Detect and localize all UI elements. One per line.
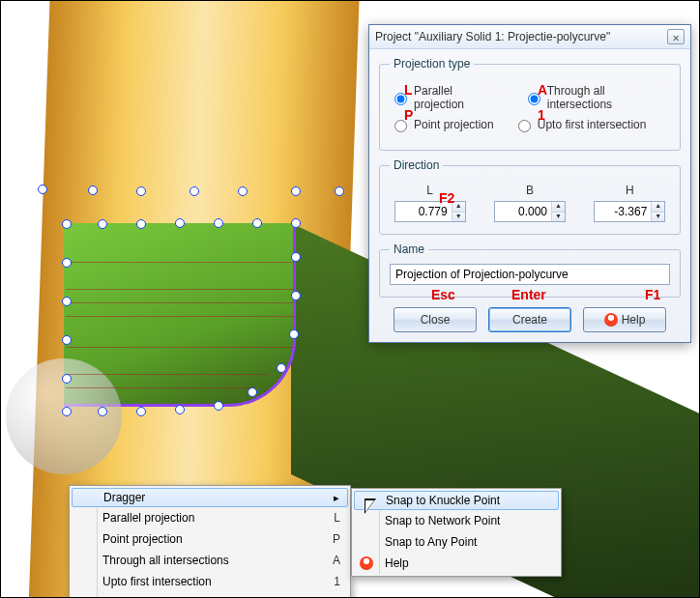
project-dialog: Project "Auxiliary Solid 1: Projectie-po…	[368, 24, 691, 343]
direction-legend: Direction	[390, 158, 443, 172]
radio-uptofirst-label: Upto first intersection	[538, 118, 647, 131]
menu-item-upto-first[interactable]: Upto first intersection 1	[72, 571, 348, 592]
radio-point-projection[interactable]: Point projection	[390, 117, 494, 132]
radio-through-all[interactable]: Through all intersections	[523, 84, 670, 111]
create-button-label: Create	[512, 313, 547, 327]
direction-h-label: H	[626, 184, 634, 197]
dialog-title: Project "Auxiliary Solid 1: Projectie-po…	[375, 30, 610, 43]
name-group: Name	[379, 242, 681, 298]
spin-down-icon[interactable]: ▼	[652, 213, 664, 222]
spin-up-icon[interactable]: ▲	[452, 202, 465, 213]
menu-item-throughall-shortcut: A	[304, 554, 340, 567]
menu-item-parallel-label: Parallel projection	[102, 511, 194, 525]
submenu-snap-any[interactable]: Snap to Any Point	[354, 531, 559, 553]
submenu-snap-knuckle[interactable]: Snap to Knuckle Point	[354, 491, 559, 510]
help-button[interactable]: Help	[583, 307, 666, 332]
direction-h-input[interactable]	[595, 202, 651, 221]
help-button-label: Help	[622, 313, 646, 327]
spin-up-icon[interactable]: ▲	[652, 202, 664, 213]
direction-b-input[interactable]	[495, 202, 551, 221]
menu-item-point-projection[interactable]: Point projection P	[72, 528, 348, 550]
submenu-snap-network-label: Snap to Network Point	[385, 514, 500, 527]
direction-l-input[interactable]	[395, 202, 452, 221]
radio-throughall-input[interactable]	[528, 93, 540, 105]
help-icon	[360, 556, 373, 570]
menu-item-through-all[interactable]: Through all intersections A	[72, 550, 348, 571]
radio-point-input[interactable]	[394, 120, 407, 132]
menu-item-throughall-label: Through all intersections	[102, 554, 229, 567]
menu-item-uptofirst-label: Upto first intersection	[102, 575, 212, 588]
dialog-titlebar[interactable]: Project "Auxiliary Solid 1: Projectie-po…	[369, 25, 690, 49]
spin-down-icon[interactable]: ▼	[452, 213, 465, 222]
menu-item-point-label: Point projection	[102, 532, 183, 546]
menu-item-parallel-shortcut: L	[305, 511, 340, 525]
direction-group: Direction L ▲▼ B ▲▼ H ▲▼	[379, 158, 681, 235]
direction-b-spinner[interactable]: ▲▼	[494, 201, 566, 222]
close-button-label: Close	[421, 313, 451, 327]
submenu-snap-any-label: Snap to Any Point	[385, 535, 477, 549]
submenu-help[interactable]: Help	[354, 553, 559, 574]
menu-item-dragger[interactable]: Dragger	[72, 488, 348, 507]
close-icon[interactable]: ⨉	[667, 29, 685, 44]
name-input[interactable]	[390, 264, 670, 285]
dragger-submenu[interactable]: Snap to Knuckle Point Snap to Network Po…	[351, 488, 562, 577]
radio-parallel-projection[interactable]: Parallel projection	[390, 84, 504, 111]
submenu-help-label: Help	[385, 556, 409, 570]
submenu-snap-knuckle-label: Snap to Knuckle Point	[386, 494, 500, 507]
projection-type-legend: Projection type	[390, 57, 474, 71]
context-menu[interactable]: Dragger Parallel projection L Point proj…	[69, 485, 351, 598]
submenu-snap-network[interactable]: Snap to Network Point	[354, 510, 559, 531]
spin-down-icon[interactable]: ▼	[552, 213, 565, 222]
menu-item-point-shortcut: P	[304, 532, 340, 546]
radio-parallel-label: Parallel projection	[414, 84, 504, 111]
help-icon	[604, 313, 618, 327]
radio-uptofirst-input[interactable]	[518, 120, 531, 132]
radio-throughall-label: Through all intersections	[547, 84, 670, 111]
direction-l-spinner[interactable]: ▲▼	[394, 201, 466, 222]
direction-h-spinner[interactable]: ▲▼	[594, 201, 665, 222]
name-legend: Name	[390, 242, 428, 256]
radio-point-label: Point projection	[414, 118, 494, 131]
radio-parallel-input[interactable]	[394, 93, 407, 105]
menu-item-key-in[interactable]: Key In F2	[72, 592, 348, 598]
menu-item-uptofirst-shortcut: 1	[305, 575, 340, 588]
direction-l-label: L	[426, 184, 433, 197]
spin-up-icon[interactable]: ▲	[552, 202, 565, 213]
projection-type-group: Projection type Parallel projection Thro…	[379, 57, 681, 151]
close-button[interactable]: Close	[394, 307, 477, 332]
create-button[interactable]: Create	[488, 307, 571, 332]
menu-item-parallel-projection[interactable]: Parallel projection L	[72, 507, 348, 528]
menu-item-dragger-label: Dragger	[103, 491, 145, 504]
radio-upto-first[interactable]: Upto first intersection	[513, 117, 647, 132]
direction-b-label: B	[526, 184, 534, 197]
